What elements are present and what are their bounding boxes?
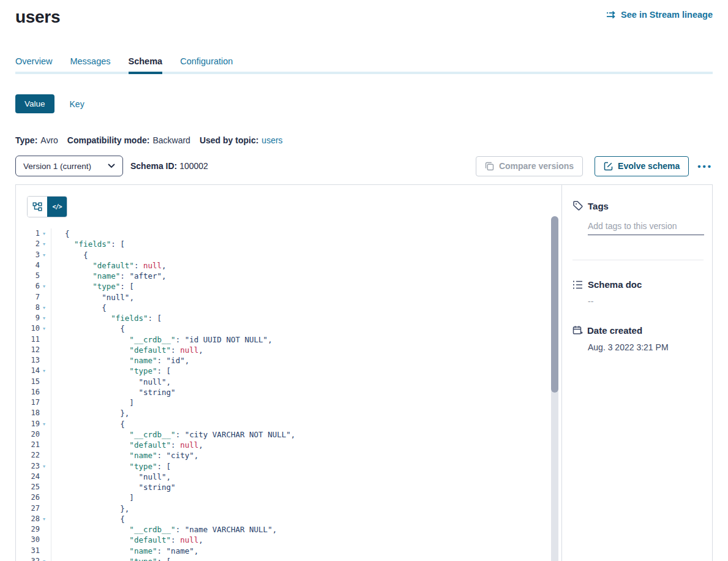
schema-sidebar: Tags Schema doc -- (561, 185, 712, 561)
doc-list-icon (572, 280, 584, 290)
code-line: 23▾ "type": [ (16, 461, 549, 472)
schema-code-pane: </> 1▾{2▾ "fields": [3▾ {4 "default": nu… (16, 185, 561, 561)
code-line: 1▾{ (16, 228, 549, 239)
line-number: 5 (36, 271, 40, 281)
tab-configuration[interactable]: Configuration (180, 55, 233, 72)
collapse-arrow-icon[interactable]: ▾ (41, 303, 47, 313)
collapse-arrow-icon[interactable]: ▾ (41, 239, 47, 249)
scrollbar-thumb[interactable] (551, 216, 558, 393)
value-key-switch: Value Key (15, 94, 713, 113)
meta-type: Type: Avro (15, 135, 58, 145)
line-number: 18 (31, 408, 40, 418)
tree-view-button[interactable] (28, 197, 47, 217)
code-view-icon: </> (52, 203, 61, 210)
schema-panel: </> 1▾{2▾ "fields": [3▾ {4 "default": nu… (15, 184, 713, 561)
code-line: 3▾ { (16, 250, 549, 260)
line-number: 1 (36, 228, 40, 239)
schema-id-value: 100002 (179, 161, 208, 171)
meta-compat-label: Compatibility mode: (67, 135, 150, 145)
line-number: 12 (31, 345, 40, 355)
tag-icon (572, 200, 584, 211)
version-toolbar: Version 1 (current) Schema ID: 100002 Co… (15, 156, 713, 176)
collapse-arrow-icon[interactable]: ▾ (41, 323, 47, 334)
chevron-down-icon (108, 164, 115, 168)
collapse-arrow-icon[interactable]: ▾ (41, 366, 47, 376)
collapse-arrow-icon[interactable]: ▾ (41, 461, 47, 472)
stream-lineage-icon (606, 10, 617, 19)
code-line: 10▾ { (16, 323, 549, 334)
line-number: 15 (31, 377, 40, 387)
compare-versions-label: Compare versions (499, 161, 574, 171)
code-line: 7 "null", (16, 292, 549, 303)
line-number: 19 (31, 419, 40, 429)
line-number: 10 (31, 323, 40, 334)
line-number: 29 (31, 524, 40, 535)
sidebar-divider (572, 260, 704, 260)
scrollbar-track[interactable] (551, 216, 558, 561)
line-number: 30 (31, 535, 40, 545)
more-actions-button[interactable]: ••• (697, 161, 713, 171)
stream-lineage-link[interactable]: See in Stream lineage (606, 10, 713, 20)
collapse-arrow-icon[interactable]: ▾ (41, 281, 47, 292)
code-line: 13 "name": "id", (16, 355, 549, 366)
code-line: 27 }, (16, 503, 549, 514)
page-title: users (15, 7, 60, 27)
code-line: 8▾ { (16, 303, 549, 313)
collapse-arrow-icon[interactable]: ▾ (41, 514, 47, 524)
code-line: 22 "name": "city", (16, 450, 549, 461)
tab-messages[interactable]: Messages (70, 55, 110, 72)
meta-topic: Used by topic: users (200, 135, 283, 145)
collapse-arrow-icon[interactable]: ▾ (41, 419, 47, 429)
collapse-arrow-icon[interactable]: ▾ (41, 250, 47, 260)
collapse-arrow-icon[interactable]: ▾ (41, 556, 47, 561)
value-tab-button[interactable]: Value (15, 94, 54, 113)
evolve-schema-label: Evolve schema (618, 161, 680, 171)
line-number: 32 (31, 556, 40, 561)
tab-schema[interactable]: Schema (129, 55, 163, 72)
tab-bar: OverviewMessagesSchemaConfiguration (15, 55, 713, 74)
schema-json-editor[interactable]: 1▾{2▾ "fields": [3▾ {4 "default": null,5… (16, 228, 549, 561)
meta-type-label: Type: (15, 135, 37, 145)
line-number: 20 (31, 429, 40, 440)
code-line: 5 "name": "after", (16, 271, 549, 281)
code-line: 24 "null", (16, 472, 549, 482)
meta-topic-link[interactable]: users (261, 135, 282, 145)
tags-heading: Tags (562, 200, 712, 211)
code-view-button[interactable]: </> (47, 197, 67, 217)
view-mode-toggle: </> (27, 196, 67, 217)
compare-versions-button[interactable]: Compare versions (476, 156, 583, 176)
code-line: 28▾ { (16, 514, 549, 524)
add-tags-input[interactable] (588, 220, 704, 235)
version-select[interactable]: Version 1 (current) (15, 156, 123, 176)
code-line: 12 "default": null, (16, 345, 549, 355)
code-line: 31 "name": "name", (16, 546, 549, 556)
tags-heading-label: Tags (588, 201, 609, 211)
schema-page: users See in Stream lineage OverviewMess… (0, 7, 728, 561)
line-number: 16 (31, 387, 40, 397)
collapse-arrow-icon[interactable]: ▾ (41, 228, 47, 239)
compare-versions-icon (485, 162, 494, 171)
line-number: 8 (36, 303, 40, 313)
code-line: 16 "string" (16, 387, 549, 397)
date-created-heading: Date created (562, 325, 712, 336)
code-line: 18 }, (16, 408, 549, 418)
code-line: 9▾ "fields": [ (16, 313, 549, 323)
code-line: 2▾ "fields": [ (16, 239, 549, 249)
tab-overview[interactable]: Overview (15, 55, 52, 72)
line-number: 22 (31, 450, 40, 461)
collapse-arrow-icon[interactable]: ▾ (41, 313, 47, 323)
line-number: 26 (31, 492, 40, 503)
schema-id-label: Schema ID: (130, 161, 177, 171)
evolve-schema-button[interactable]: Evolve schema (595, 156, 689, 176)
code-line: 14▾ "type": [ (16, 366, 549, 376)
line-number: 7 (36, 292, 40, 303)
schema-doc-section: Schema doc -- (562, 279, 712, 306)
calendar-plus-icon (572, 325, 583, 336)
line-number: 27 (31, 503, 40, 514)
date-created-section: Date created Aug. 3 2022 3:21 PM (562, 325, 712, 352)
code-line: 26 ] (16, 492, 549, 503)
key-tab-link[interactable]: Key (70, 99, 84, 109)
line-number: 9 (36, 313, 40, 323)
line-number: 28 (31, 514, 40, 524)
schema-doc-heading: Schema doc (562, 279, 712, 290)
